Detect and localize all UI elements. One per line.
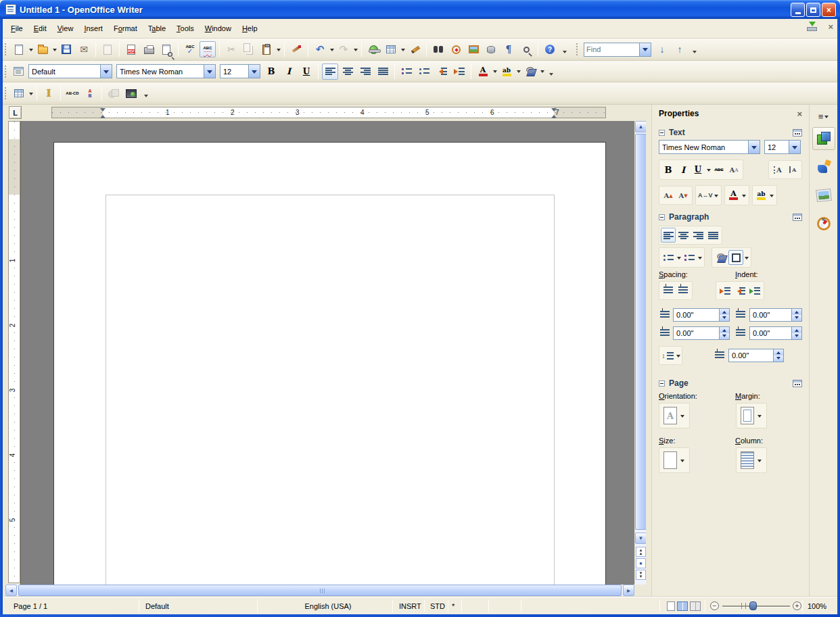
sidebar-align-right-button[interactable] bbox=[691, 228, 705, 243]
increase-paragraph-spacing-button[interactable] bbox=[661, 283, 676, 298]
paragraph-dialog-launcher[interactable] bbox=[793, 214, 802, 221]
column-dropdown[interactable] bbox=[756, 452, 762, 468]
background-color-dropdown[interactable] bbox=[539, 64, 545, 80]
sidebar-font-color-dropdown[interactable] bbox=[741, 187, 747, 203]
sidebar-underline-button[interactable]: U bbox=[691, 162, 705, 177]
indent-after-spinner[interactable]: 0.00" bbox=[749, 326, 802, 340]
strikethrough-button[interactable]: ABC bbox=[711, 162, 726, 177]
scroll-left-button[interactable]: ◂ bbox=[5, 585, 17, 596]
style-dropdown-button[interactable] bbox=[100, 65, 112, 78]
shrink-font-button[interactable]: A▼ bbox=[676, 188, 691, 203]
find-replace-button[interactable] bbox=[430, 41, 446, 57]
menu-insert[interactable]: Insert bbox=[78, 22, 108, 35]
close-document-button[interactable]: × bbox=[828, 22, 833, 31]
sidebar-increase-indent-button[interactable] bbox=[718, 283, 732, 298]
find-input[interactable] bbox=[584, 43, 639, 56]
vertical-ruler[interactable]: 12345 bbox=[8, 121, 20, 583]
bold-button[interactable]: B bbox=[263, 64, 279, 80]
email-button[interactable]: ✉ bbox=[76, 41, 92, 57]
border-button[interactable] bbox=[728, 250, 743, 265]
font-size-combobox[interactable]: 12 bbox=[220, 64, 260, 78]
sidebar-close-button[interactable]: × bbox=[797, 109, 802, 119]
horizontal-scrollbar-thumb[interactable] bbox=[18, 585, 622, 596]
character-spacing-dropdown[interactable] bbox=[714, 187, 720, 203]
spinner-buttons[interactable] bbox=[773, 349, 783, 362]
page-number-field[interactable]: Page 1 / 1 bbox=[14, 597, 47, 615]
edit-file-button[interactable] bbox=[99, 41, 116, 57]
sort-button[interactable]: AB bbox=[82, 85, 98, 101]
sidebar-align-left-button[interactable] bbox=[661, 228, 676, 243]
find-toolbar-grip[interactable] bbox=[576, 43, 579, 56]
paste-button[interactable] bbox=[258, 41, 275, 57]
toolbar-grip[interactable] bbox=[4, 43, 7, 56]
find-toolbar-overflow-button[interactable] bbox=[690, 41, 699, 57]
insert-image-button[interactable] bbox=[123, 85, 139, 101]
character-spacing-button[interactable]: A↔V bbox=[697, 188, 714, 203]
multi-page-view-button[interactable] bbox=[677, 601, 688, 611]
book-view-button[interactable] bbox=[690, 601, 701, 611]
menu-tools[interactable]: Tools bbox=[171, 22, 200, 35]
collapse-icon[interactable] bbox=[659, 214, 665, 220]
navigator-button[interactable] bbox=[448, 41, 464, 57]
increase-spacing-button[interactable]: A bbox=[770, 162, 785, 177]
autospellcheck-button[interactable]: ABC~~~ bbox=[200, 41, 216, 57]
menu-view[interactable]: View bbox=[52, 22, 79, 35]
spinner-buttons[interactable] bbox=[791, 327, 801, 339]
find-combobox[interactable] bbox=[584, 43, 651, 57]
menu-edit[interactable]: Edit bbox=[28, 22, 52, 35]
copy-button[interactable] bbox=[241, 41, 257, 57]
font-color-button[interactable]: A bbox=[475, 64, 491, 80]
find-next-button[interactable]: ↓ bbox=[654, 41, 670, 57]
language-field[interactable]: English (USA) bbox=[267, 597, 389, 615]
zoom-out-button[interactable]: − bbox=[710, 597, 719, 615]
column-button[interactable] bbox=[736, 447, 767, 473]
new-document-dropdown[interactable] bbox=[28, 41, 34, 57]
sidebar-menu-button[interactable]: ≡ bbox=[818, 112, 829, 122]
spinner-buttons[interactable] bbox=[791, 309, 801, 321]
orientation-button[interactable]: A bbox=[659, 403, 690, 428]
highlighting-button[interactable]: ab bbox=[498, 64, 515, 80]
close-button[interactable]: × bbox=[822, 3, 836, 17]
paragraph-section-header[interactable]: Paragraph bbox=[652, 209, 809, 224]
styles-tab[interactable] bbox=[812, 155, 835, 178]
toolbar-grip[interactable] bbox=[4, 87, 7, 100]
nonprinting-chars-button[interactable]: ¶ bbox=[500, 41, 517, 57]
previous-page-button[interactable]: ▲▲ bbox=[636, 547, 646, 557]
modified-flag-field[interactable]: * bbox=[452, 597, 454, 615]
align-justify-button[interactable] bbox=[375, 64, 391, 80]
indent-before-spinner[interactable]: 0.00" bbox=[749, 308, 802, 322]
new-document-button[interactable] bbox=[11, 41, 27, 57]
toolbar-overflow-button[interactable] bbox=[560, 41, 569, 57]
sidebar-numbered-list-button[interactable] bbox=[682, 250, 697, 265]
font-dropdown-button[interactable] bbox=[204, 65, 215, 78]
sidebar-font-color-button[interactable]: A bbox=[726, 188, 741, 203]
table-button[interactable] bbox=[11, 85, 27, 101]
decrease-indent-button[interactable] bbox=[434, 64, 450, 80]
sidebar-italic-button[interactable]: I bbox=[676, 162, 691, 177]
margin-button[interactable] bbox=[736, 403, 767, 428]
line-spacing-button[interactable]: ↕ bbox=[660, 348, 675, 363]
align-center-button[interactable] bbox=[340, 64, 356, 80]
undo-dropdown[interactable] bbox=[329, 41, 335, 57]
zoom-slider-thumb[interactable] bbox=[749, 601, 757, 610]
horizontal-ruler[interactable]: 1234567 bbox=[51, 107, 606, 118]
group-objects-button[interactable] bbox=[106, 85, 122, 101]
decrease-spacing-button[interactable]: A bbox=[785, 162, 800, 177]
save-button[interactable] bbox=[58, 41, 74, 57]
find-previous-button[interactable]: ↑ bbox=[672, 41, 688, 57]
bullet-list-dropdown[interactable] bbox=[676, 249, 682, 266]
redo-dropdown[interactable] bbox=[352, 41, 358, 57]
sidebar-font-size-dropdown-button[interactable] bbox=[789, 141, 800, 153]
spinner-buttons[interactable] bbox=[719, 309, 729, 321]
menu-format[interactable]: Format bbox=[108, 22, 143, 35]
selection-mode-field[interactable]: STD bbox=[430, 597, 445, 615]
line-spacing-dropdown[interactable] bbox=[675, 347, 681, 364]
insert-table-dropdown[interactable] bbox=[400, 41, 406, 57]
spellcheck-button[interactable]: ABC✓ bbox=[182, 41, 198, 57]
paragraph-background-button[interactable] bbox=[714, 250, 728, 265]
font-color-dropdown[interactable] bbox=[492, 64, 498, 80]
text-section-header[interactable]: Text bbox=[652, 125, 809, 140]
sidebar-highlighting-dropdown[interactable] bbox=[769, 187, 775, 203]
size-dropdown[interactable] bbox=[679, 452, 685, 468]
sidebar-align-justify-button[interactable] bbox=[705, 228, 720, 243]
